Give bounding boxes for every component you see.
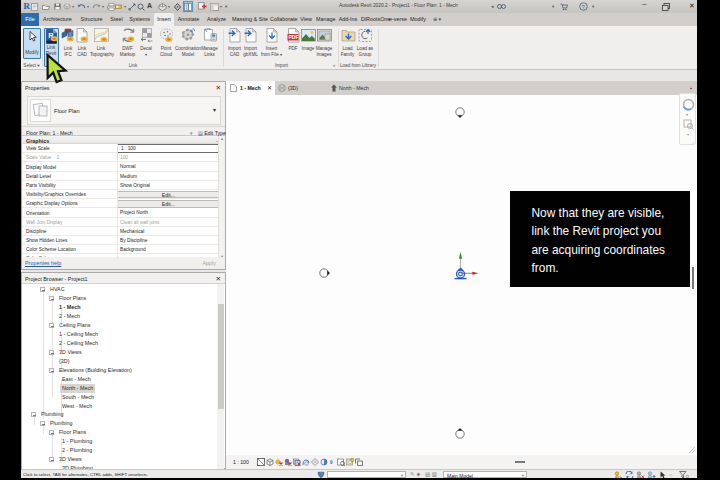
svg-text:PDF: PDF [288, 34, 298, 40]
svg-text:?: ? [582, 4, 585, 10]
